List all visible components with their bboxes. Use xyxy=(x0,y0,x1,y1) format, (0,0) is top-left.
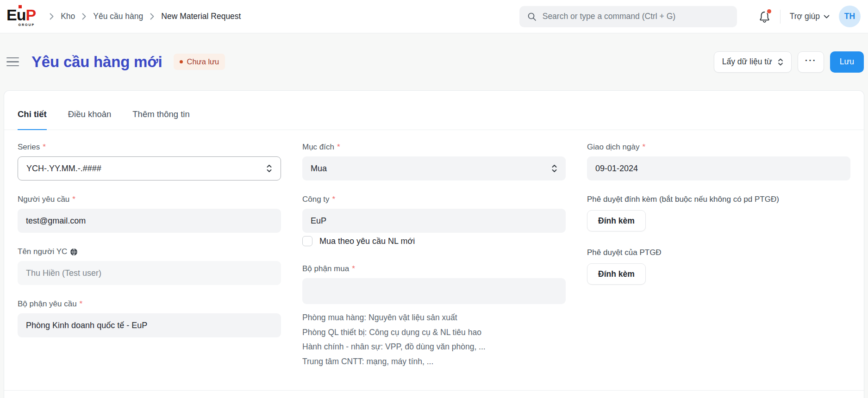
nguoi-yeu-cau-input[interactable] xyxy=(18,209,281,233)
field-bo-phan-yeu-cau: Bộ phận yêu cầu* xyxy=(18,299,281,337)
get-data-from-button[interactable]: Lấy dữ liệu từ xyxy=(714,51,792,73)
required-mark: * xyxy=(642,143,645,152)
field-giao-dich-ngay: Giao dịch ngày* xyxy=(587,143,850,180)
bo-phan-yeu-cau-input[interactable] xyxy=(18,313,281,337)
help-line: Hành chính - nhân sự: VPP, đồ dùng văn p… xyxy=(302,340,566,354)
user-avatar[interactable]: TH xyxy=(839,6,861,27)
field-series: Series* YCH-.YY.MM.-.#### xyxy=(18,143,281,180)
required-mark: * xyxy=(80,299,83,309)
form-column-3: Giao dịch ngày* Phê duyệt đính kèm (bắt … xyxy=(587,143,850,390)
eup-logo-text: EuP xyxy=(6,7,36,23)
required-mark: * xyxy=(43,143,46,152)
navbar-right: Trợ giúp TH xyxy=(758,6,861,27)
attach-ptgd-button[interactable]: Đính kèm xyxy=(587,263,646,285)
status-badge-label: Chưa lưu xyxy=(187,57,219,66)
search-input[interactable] xyxy=(543,12,729,21)
help-line: Trung tâm CNTT: mạng, máy tính, ... xyxy=(302,354,566,369)
select-chevrons-icon xyxy=(551,164,557,173)
chevron-right-icon xyxy=(150,13,154,20)
logo-letter-u: u xyxy=(17,7,26,23)
page-title: Yêu cầu hàng mới xyxy=(31,53,162,71)
field-cong-ty: Công ty* xyxy=(302,195,566,233)
chevron-right-icon xyxy=(50,13,54,20)
form-column-2: Mục đích* Mua Công ty* xyxy=(302,143,566,390)
tab-dieu-khoan[interactable]: Điều khoản xyxy=(68,109,112,130)
giao-dich-ngay-input[interactable] xyxy=(587,156,850,180)
form-card: Chi tiết Điều khoản Thêm thông tin Serie… xyxy=(4,90,864,398)
field-label: Phê duyệt của PTGĐ xyxy=(587,248,850,257)
logo-letter-e: E xyxy=(6,7,17,23)
status-badge: Chưa lưu xyxy=(174,54,225,70)
field-phe-duyet-dinh-kem: Phê duyệt đính kèm (bắt buộc nếu không c… xyxy=(587,195,850,231)
field-phe-duyet-ptgd: Phê duyệt của PTGĐ Đính kèm xyxy=(587,248,850,285)
breadcrumb: Kho Yêu cầu hàng New Material Request xyxy=(50,12,241,21)
field-label: Tên người YC xyxy=(18,247,281,256)
field-label: Công ty* xyxy=(302,195,566,204)
logo-letter-p: P xyxy=(25,7,36,23)
breadcrumb-item-current[interactable]: New Material Request xyxy=(161,12,241,21)
select-chevrons-icon xyxy=(266,164,272,173)
required-mark: * xyxy=(352,264,355,274)
chevron-right-icon xyxy=(82,13,86,20)
field-nguoi-yeu-cau: Người yêu cầu* xyxy=(18,195,281,233)
field-label: Series* xyxy=(18,143,281,152)
muc-dich-value: Mua xyxy=(311,164,327,174)
field-label: Giao dịch ngày* xyxy=(587,143,850,152)
tab-chi-tiet[interactable]: Chi tiết xyxy=(18,109,47,130)
tab-them-thong-tin[interactable]: Thêm thông tin xyxy=(132,109,189,130)
unsaved-dot-icon xyxy=(180,60,183,63)
chevron-down-icon xyxy=(824,15,830,19)
chevron-up-down-icon xyxy=(778,58,783,66)
bo-phan-mua-help: Phòng mua hàng: Nguyên vật liệu sản xuất… xyxy=(302,311,566,369)
series-select[interactable]: YCH-.YY.MM.-.#### xyxy=(18,156,281,180)
ten-nguoi-yc-input xyxy=(18,261,281,285)
field-bo-phan-mua: Bộ phận mua* Phòng mua hàng: Nguyên vật … xyxy=(302,264,566,369)
bo-phan-mua-input[interactable] xyxy=(302,278,566,304)
field-ten-nguoi-yc: Tên người YC xyxy=(18,247,281,285)
field-label: Bộ phận yêu cầu* xyxy=(18,299,281,309)
breadcrumb-item-kho[interactable]: Kho xyxy=(61,12,75,21)
header-actions: Lấy dữ liệu từ ··· Lưu xyxy=(714,51,864,73)
save-button[interactable]: Lưu xyxy=(830,51,864,73)
form-section-details: Series* YCH-.YY.MM.-.#### Người yêu cầu* xyxy=(4,130,864,391)
muc-dich-select[interactable]: Mua xyxy=(302,156,566,180)
more-actions-button[interactable]: ··· xyxy=(798,51,824,73)
checkbox-icon[interactable] xyxy=(302,236,312,246)
search-icon xyxy=(527,12,537,21)
checkbox-label: Mua theo yêu cầu NL mới xyxy=(319,236,415,246)
field-label: Bộ phận mua* xyxy=(302,264,566,274)
required-mark: * xyxy=(332,195,336,204)
help-line: Phòng mua hàng: Nguyên vật liệu sản xuất xyxy=(302,311,566,325)
sidebar-toggle-icon[interactable] xyxy=(6,57,19,67)
notification-dot xyxy=(767,9,771,13)
form-tabs: Chi tiết Điều khoản Thêm thông tin xyxy=(4,91,864,130)
global-search[interactable] xyxy=(519,6,737,27)
eup-logo[interactable]: EuP GROUP xyxy=(6,7,36,26)
attach-approval-button[interactable]: Đính kèm xyxy=(587,210,646,231)
help-dropdown[interactable]: Trợ giúp xyxy=(790,12,830,21)
help-label: Trợ giúp xyxy=(790,12,820,21)
required-mark: * xyxy=(337,143,340,152)
material-request-page: EuP GROUP Kho Yêu cầu hàng New Material … xyxy=(0,0,868,398)
help-line: Phòng QL thiết bị: Công cụ dụng cụ & NL … xyxy=(302,325,566,340)
breadcrumb-item-yeu-cau-hang[interactable]: Yêu cầu hàng xyxy=(93,12,143,21)
page-header: Yêu cầu hàng mới Chưa lưu Lấy dữ liệu từ… xyxy=(0,33,868,90)
mua-theo-yeu-cau-checkbox-row[interactable]: Mua theo yêu cầu NL mới xyxy=(302,236,566,246)
navbar-divider xyxy=(780,10,781,24)
logo-subtext: GROUP xyxy=(18,23,35,26)
get-data-label: Lấy dữ liệu từ xyxy=(722,57,772,67)
field-muc-dich: Mục đích* Mua xyxy=(302,143,566,180)
globe-icon xyxy=(70,248,78,256)
form-column-1: Series* YCH-.YY.MM.-.#### Người yêu cầu* xyxy=(18,143,281,390)
field-label: Mục đích* xyxy=(302,143,566,152)
notifications-bell-icon[interactable] xyxy=(758,10,771,23)
required-mark: * xyxy=(72,195,75,204)
series-value: YCH-.YY.MM.-.#### xyxy=(26,164,101,174)
navbar: EuP GROUP Kho Yêu cầu hàng New Material … xyxy=(0,0,868,33)
field-label: Phê duyệt đính kèm (bắt buộc nếu không c… xyxy=(587,195,850,204)
cong-ty-input[interactable] xyxy=(302,209,566,233)
field-label: Người yêu cầu* xyxy=(18,195,281,204)
